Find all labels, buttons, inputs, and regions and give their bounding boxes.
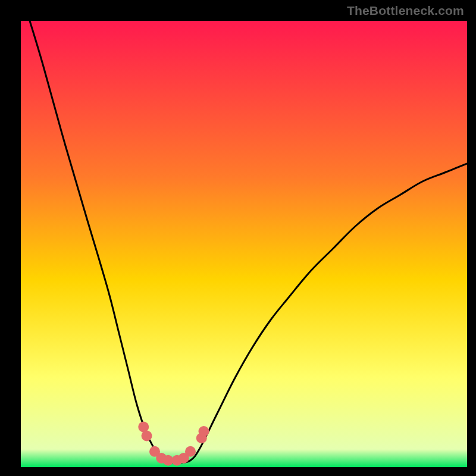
watermark-text: TheBottleneck.com — [347, 4, 464, 18]
chart-frame: TheBottleneck.com — [0, 0, 476, 476]
data-marker — [185, 446, 196, 457]
plot-area — [21, 21, 467, 467]
gradient-background — [21, 21, 467, 467]
bottleneck-chart — [21, 21, 467, 467]
data-marker — [142, 431, 152, 441]
data-marker — [199, 426, 209, 437]
